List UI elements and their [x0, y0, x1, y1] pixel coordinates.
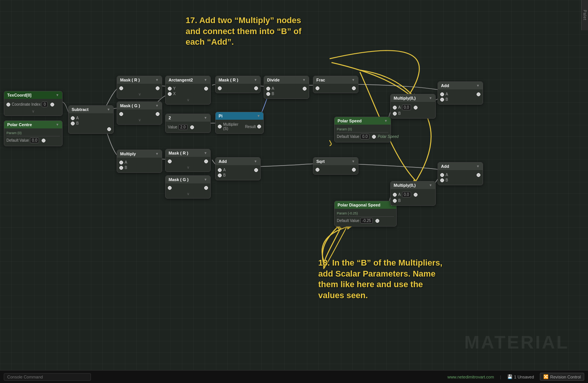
add-bot-node: Add ▼ A B: [438, 162, 483, 185]
two-header: 2 ▼: [166, 114, 210, 122]
divide-node: Divide ▼ A B: [264, 76, 309, 99]
polar-centre-node: Polar Centre ▼ Param (0) Default Value 0…: [4, 120, 63, 146]
divide-header: Divide ▼: [264, 76, 309, 84]
coord-pin-left: [6, 103, 10, 106]
mask-r-top-header: Mask ( R ) ▼: [117, 76, 162, 84]
multiply-0-top-node: Multiply(0,) ▼ A 0.0 B: [390, 94, 436, 119]
subtract-node: Subtract ▼ A B: [68, 105, 114, 134]
palette-tab[interactable]: Palet: [581, 0, 588, 30]
bottom-bar: www.netedimitrovart.com | 💾 1 Unsaved 🔀 …: [0, 370, 588, 383]
mask-g-top-node: Mask ( G ) ▼ ∨: [117, 102, 162, 125]
watermark: MATERIAL: [464, 332, 569, 353]
revision-icon: 🔀: [543, 374, 549, 379]
annotation-step-18: 18. In the “B” of the Multipliers, add S…: [318, 258, 443, 301]
polar-diagonal-header: Polar Diagonal Speed ▼: [335, 201, 396, 209]
polar-speed-param-label: Polar Speed: [378, 134, 399, 139]
coord-pin-right: [50, 103, 54, 106]
console-input[interactable]: [4, 373, 91, 381]
texcoord-header: TexCoord[0] ▼: [4, 91, 62, 99]
add-bot-header: Add ▼: [438, 163, 483, 170]
revision-control-button[interactable]: 🔀 Revision Control: [540, 373, 584, 381]
save-icon: 💾: [507, 374, 513, 379]
mask-r-bot-header: Mask ( R ) ▼: [166, 149, 210, 157]
arctangent2-header: Arctangent2 ▼: [166, 76, 210, 84]
subtract-header: Subtract ▼: [69, 106, 113, 113]
mask-g-top-header: Mask ( G ) ▼: [117, 102, 162, 109]
two-node: 2 ▼ Value 2.0: [165, 114, 211, 133]
canvas-background: [0, 0, 588, 383]
add-mid-node: Add ▼ A B: [215, 157, 261, 180]
arctangent2-node: Arctangent2 ▼ Y X ∨: [165, 76, 211, 105]
bottom-right: www.netedimitrovart.com | 💾 1 Unsaved 🔀 …: [447, 373, 584, 381]
add-top-node: Add ▼ A B: [438, 81, 483, 105]
pi-header: Pi ▼: [216, 112, 263, 120]
texcoord-coord-row: Coordinate Index 0: [6, 102, 60, 107]
texcoord-node: TexCoord[0] ▼ Coordinate Index 0 ∨: [4, 91, 63, 116]
frac-node: Frac ▼: [313, 76, 358, 93]
mask-r-bot-node: Mask ( R ) ▼ ∨: [165, 149, 211, 172]
mask-g-bot-header: Mask ( G ) ▼: [166, 176, 210, 183]
polar-speed-pin: [372, 135, 376, 139]
multiply-top-header: Multiply ▼: [117, 150, 162, 158]
add-top-header: Add ▼: [438, 82, 483, 89]
multiply-0-bot-header: Multiply(0,) ▼: [391, 181, 435, 189]
multiply-top-node: Multiply ▼ A B: [117, 150, 162, 173]
pi-node: Pi ▼ Multiplier (S) Result: [215, 112, 264, 134]
palette-label: Palet: [583, 10, 587, 20]
add-mid-header: Add ▼: [216, 158, 260, 165]
multiply-0-top-header: Multiply(0,) ▼: [391, 94, 435, 102]
website-link: www.netedimitrovart.com: [447, 375, 494, 379]
sqrt-node: Sqrt ▼: [313, 157, 358, 175]
sqrt-header: Sqrt ▼: [313, 158, 358, 165]
frac-header: Frac ▼: [313, 76, 358, 84]
polar-centre-pin: [42, 139, 45, 142]
multiply-0-bot-node: Multiply(0,) ▼ A 0.0 B: [390, 181, 436, 206]
polar-centre-header: Polar Centre ▼: [4, 121, 62, 128]
mask-g-bot-node: Mask ( G ) ▼ ∨: [165, 175, 211, 199]
unsaved-indicator: 💾 1 Unsaved: [507, 374, 534, 379]
console-section: [4, 373, 91, 381]
mask-r-mid-node: Mask ( R ) ▼: [215, 76, 261, 93]
polar-diagonal-node: Polar Diagonal Speed ▼ Param (-0.25) Def…: [334, 201, 397, 227]
polar-speed-header: Polar Speed ▼: [335, 117, 391, 125]
annotation-step-17: 17. Add two “Multiply” nodes and connect…: [186, 15, 302, 48]
mask-r-top-node: Mask ( R ) ▼ ∨: [117, 76, 162, 99]
mask-r-mid-header: Mask ( R ) ▼: [216, 76, 260, 84]
polar-diag-pin: [375, 219, 379, 223]
